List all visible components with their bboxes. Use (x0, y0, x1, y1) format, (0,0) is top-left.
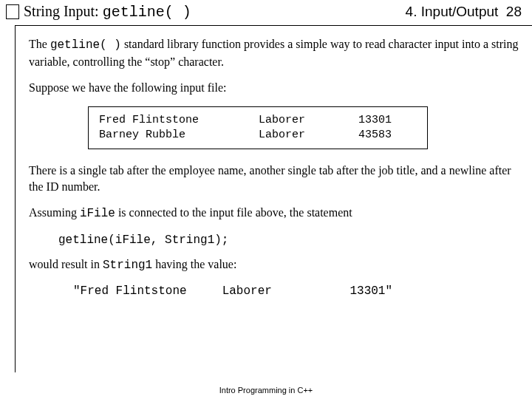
result-t2: having the value: (152, 258, 236, 270)
title-code: getline( ) (103, 4, 191, 21)
intro-t1: The (29, 38, 50, 50)
header-right: 4. Input/Output 28 (406, 4, 522, 20)
slide-header: String Input: getline( ) 4. Input/Output… (0, 0, 532, 24)
intro-paragraph: The getline( ) standard library function… (29, 36, 522, 69)
assuming-t2: is connected to the input file above, th… (115, 206, 352, 219)
result-t1: would result in (29, 258, 103, 270)
slide-title: String Input: getline( ) (24, 3, 191, 21)
result-code: String1 (103, 259, 152, 272)
tab-paragraph: There is a single tab after the employee… (29, 163, 522, 194)
page-number: 28 (506, 4, 522, 19)
title-prefix: String Input: (24, 3, 103, 19)
assuming-code: iFile (80, 207, 115, 220)
slide: String Input: getline( ) 4. Input/Output… (0, 0, 532, 399)
slide-content: The getline( ) standard library function… (15, 25, 532, 372)
intro-code: getline( ) (50, 38, 121, 52)
header-box-icon (6, 4, 19, 19)
slide-footer: Intro Programming in C++ (0, 386, 532, 395)
result-value: "Fred Flintstone Laborer 13301" (73, 284, 522, 300)
input-file-box: Fred Flintstone Laborer 13301 Barney Rub… (88, 106, 428, 150)
chapter-label: 4. Input/Output (406, 4, 499, 19)
code-statement: getline(iFile, String1); (58, 233, 522, 249)
suppose-paragraph: Suppose we have the following input file… (29, 80, 522, 96)
assuming-paragraph: Assuming iFile is connected to the input… (29, 205, 522, 222)
result-paragraph: would result in String1 having the value… (29, 256, 522, 274)
assuming-t1: Assuming (29, 206, 80, 219)
header-left: String Input: getline( ) (6, 3, 191, 21)
